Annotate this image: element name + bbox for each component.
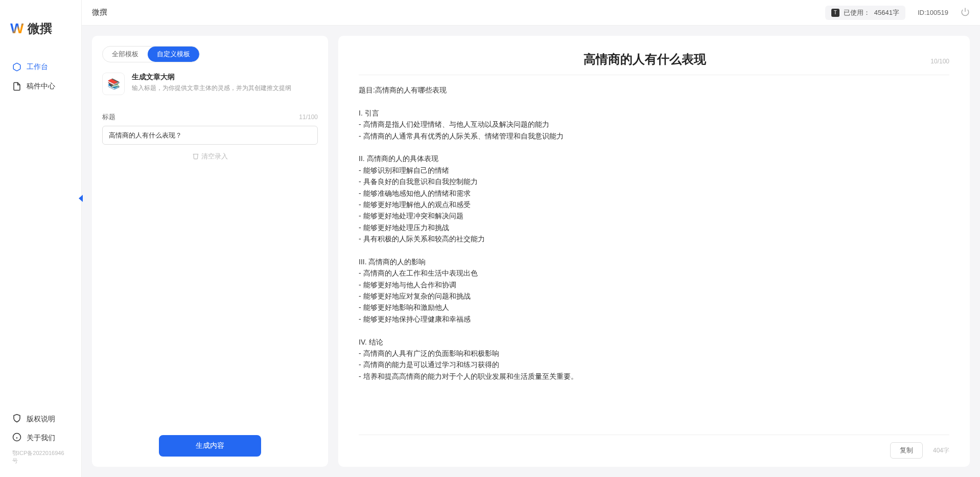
article-footer: 复制 404字 <box>359 435 949 459</box>
template-card: 📚 生成文章大纲 输入标题，为你提供文章主体的灵感，并为其创建推文提纲 <box>102 73 318 95</box>
word-count: 404字 <box>933 446 949 455</box>
bottom-label: 关于我们 <box>27 434 55 443</box>
sidebar-item-about[interactable]: 关于我们 <box>0 428 81 447</box>
logo: W 微撰 <box>0 0 81 47</box>
tab-all-templates[interactable]: 全部模板 <box>103 47 148 62</box>
trash-icon <box>192 152 199 161</box>
topbar-right: T 已使用： 45641字 ID:100519 <box>825 6 970 20</box>
topbar: 微撰 T 已使用： 45641字 ID:100519 <box>82 0 980 26</box>
power-icon[interactable] <box>961 7 970 18</box>
usage-badge[interactable]: T 已使用： 45641字 <box>825 6 905 20</box>
usage-value: 45641字 <box>874 8 899 17</box>
usage-icon: T <box>831 9 839 17</box>
field-count: 11/100 <box>299 113 318 121</box>
article-title: 高情商的人有什么表现 <box>359 51 930 67</box>
template-icon: 📚 <box>102 73 125 95</box>
template-title: 生成文章大纲 <box>132 73 318 82</box>
article-body[interactable]: 题目:高情商的人有哪些表现 I. 引言 - 高情商是指人们处理情绪、与他人互动以… <box>359 84 949 435</box>
field-label: 标题 <box>102 112 115 122</box>
sidebar-item-copyright[interactable]: 版权说明 <box>0 410 81 428</box>
clear-input-button[interactable]: 清空录入 <box>102 152 318 161</box>
generate-button[interactable]: 生成内容 <box>159 435 261 457</box>
svg-marker-3 <box>79 195 83 202</box>
sidebar-item-drafts[interactable]: 稿件中心 <box>0 77 81 96</box>
main: 微撰 T 已使用： 45641字 ID:100519 全部模板 自定义模板 <box>82 0 980 477</box>
document-icon <box>12 82 21 91</box>
template-meta: 生成文章大纲 输入标题，为你提供文章主体的灵感，并为其创建推文提纲 <box>132 73 318 93</box>
title-input[interactable] <box>102 126 318 145</box>
workspace: 全部模板 自定义模板 📚 生成文章大纲 输入标题，为你提供文章主体的灵感，并为其… <box>82 26 980 477</box>
field-label-row: 标题 11/100 <box>102 112 318 122</box>
usage-prefix: 已使用： <box>844 8 870 17</box>
article-head: 高情商的人有什么表现 10/100 <box>359 51 949 75</box>
nav-label: 工作台 <box>27 62 48 72</box>
template-tabs: 全部模板 自定义模板 <box>102 46 200 62</box>
title-count: 10/100 <box>930 58 949 65</box>
icp-text: 鄂ICP备2022016946号 <box>0 447 81 467</box>
tab-custom-templates[interactable]: 自定义模板 <box>148 47 199 62</box>
nav-label: 稿件中心 <box>27 82 55 91</box>
sidebar-item-workspace[interactable]: 工作台 <box>0 57 81 77</box>
user-id: ID:100519 <box>918 9 948 16</box>
sidebar-collapse-handle[interactable] <box>77 192 85 205</box>
info-icon <box>12 433 21 443</box>
logo-text: 微撰 <box>28 20 52 37</box>
title-field-group: 标题 11/100 清空录入 <box>102 112 318 161</box>
template-desc: 输入标题，为你提供文章主体的灵感，并为其创建推文提纲 <box>132 84 318 93</box>
shield-icon <box>12 414 21 424</box>
topbar-title: 微撰 <box>92 8 107 17</box>
sidebar-nav: 工作台 稿件中心 <box>0 47 81 404</box>
clear-label: 清空录入 <box>201 152 228 161</box>
logo-icon: W <box>10 20 24 37</box>
left-panel: 全部模板 自定义模板 📚 生成文章大纲 输入标题，为你提供文章主体的灵感，并为其… <box>92 36 328 467</box>
sidebar: W 微撰 工作台 稿件中心 版权说明 <box>0 0 82 477</box>
right-panel: 高情商的人有什么表现 10/100 题目:高情商的人有哪些表现 I. 引言 - … <box>338 36 970 467</box>
cube-icon <box>12 62 21 72</box>
bottom-label: 版权说明 <box>27 415 55 424</box>
sidebar-bottom: 版权说明 关于我们 鄂ICP备2022016946号 <box>0 404 81 477</box>
copy-button[interactable]: 复制 <box>890 442 923 459</box>
